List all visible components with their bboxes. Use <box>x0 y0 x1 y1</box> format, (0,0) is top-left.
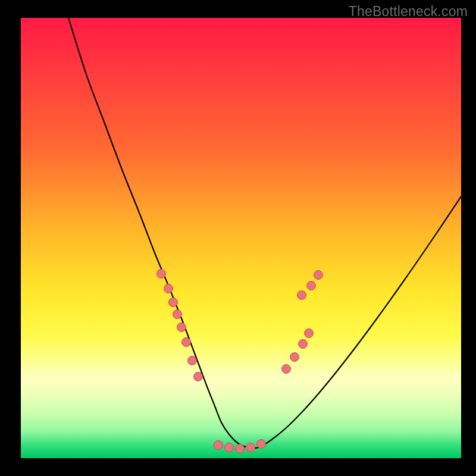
data-point <box>182 338 191 347</box>
data-point <box>257 440 266 449</box>
plot-area <box>21 18 461 458</box>
data-point <box>246 443 255 452</box>
bottleneck-curve <box>68 18 461 448</box>
watermark-text: TheBottleneck.com <box>349 4 468 20</box>
data-point <box>290 353 299 362</box>
data-point <box>194 372 203 381</box>
data-point <box>299 340 308 349</box>
data-point <box>225 443 234 452</box>
data-point <box>307 281 316 290</box>
data-point <box>177 323 186 332</box>
data-point <box>169 298 178 307</box>
chart-frame: TheBottleneck.com <box>0 0 476 476</box>
data-point <box>188 356 197 365</box>
data-point <box>236 444 245 453</box>
data-point <box>214 441 223 450</box>
curve-svg <box>21 18 461 458</box>
data-point <box>157 270 166 278</box>
data-point <box>164 284 173 293</box>
data-point <box>314 271 323 280</box>
data-points <box>157 270 323 453</box>
data-point <box>298 291 306 300</box>
data-point <box>173 310 182 319</box>
data-point <box>282 365 291 374</box>
data-point <box>305 329 314 338</box>
